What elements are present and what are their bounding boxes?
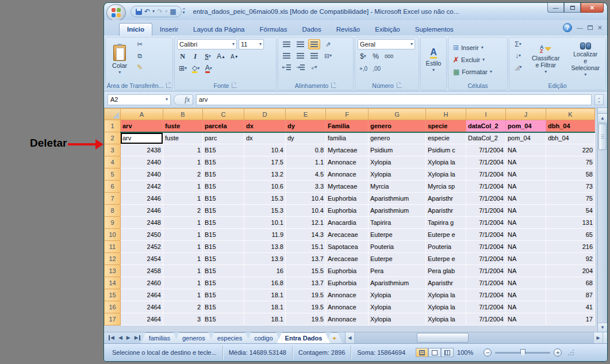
- grid-cell-D10[interactable]: 11.9: [244, 229, 286, 241]
- grid-cell-F3[interactable]: Myrtaceae: [326, 144, 369, 156]
- insert-cells-button[interactable]: ⊞Inserir▾: [451, 43, 505, 53]
- grid-cell-D8[interactable]: 15.3: [244, 205, 286, 217]
- grid-cell-D12[interactable]: 13.9: [244, 253, 286, 265]
- autosum-button[interactable]: Σ▾: [512, 39, 524, 49]
- grid-cell-E7[interactable]: 10.4: [286, 193, 326, 205]
- grid-cell-D16[interactable]: 18.1: [244, 301, 286, 313]
- grid-cell-A9[interactable]: 2448: [121, 217, 163, 229]
- grid-cell-D14[interactable]: 16.8: [244, 277, 286, 289]
- grid-cell-E3[interactable]: 0.8: [286, 144, 326, 156]
- grid-cell-I13[interactable]: 7/1/2004: [466, 265, 506, 277]
- grid-cell-C17[interactable]: B15: [203, 313, 244, 325]
- grid-cell-B2[interactable]: fuste: [163, 132, 203, 144]
- grid-cell-A6[interactable]: 2442: [121, 181, 163, 193]
- grid-cell-B10[interactable]: 1: [163, 229, 203, 241]
- row-header-9[interactable]: 9: [105, 217, 121, 229]
- grid-cell-I16[interactable]: 7/1/2004: [466, 301, 506, 313]
- grid-cell-D13[interactable]: 16: [244, 265, 286, 277]
- zoom-out-icon[interactable]: −: [484, 348, 492, 357]
- paste-button[interactable]: Colar ▾: [108, 39, 131, 81]
- grid-cell-E5[interactable]: 4.5: [286, 168, 326, 181]
- row-header-6[interactable]: 6: [105, 181, 121, 193]
- grid-cell-D1[interactable]: dx: [244, 120, 286, 132]
- grid-cell-J10[interactable]: NA: [506, 229, 546, 241]
- grid-cell-G4[interactable]: Xylopia: [369, 156, 426, 168]
- grid-cell-J16[interactable]: NA: [506, 301, 546, 313]
- ribbon-tab-inserir[interactable]: Inserir: [152, 24, 186, 36]
- grid-cell-H5[interactable]: Xylopia la: [426, 168, 466, 181]
- grid-cell-G15[interactable]: Xylopia: [369, 289, 426, 301]
- merge-center-button[interactable]: ⊟▾: [322, 51, 334, 61]
- grid-cell-D6[interactable]: 10.6: [244, 181, 286, 193]
- sheet-tab-familias[interactable]: familias: [141, 332, 178, 343]
- page-break-view-button[interactable]: [441, 348, 454, 357]
- grid-cell-K13[interactable]: 204: [546, 265, 595, 277]
- column-header-C[interactable]: C: [203, 109, 244, 120]
- grid-cell-E14[interactable]: 13.7: [286, 277, 326, 289]
- grid-cell-G1[interactable]: genero: [369, 120, 426, 132]
- horizontal-scroll-thumb[interactable]: [417, 333, 469, 343]
- grid-cell-K12[interactable]: 92: [546, 253, 595, 265]
- grid-cell-C5[interactable]: B15: [203, 168, 244, 181]
- grid-cell-K17[interactable]: 17: [546, 313, 595, 325]
- grid-cell-C7[interactable]: B15: [203, 193, 244, 205]
- grid-cell-E8[interactable]: 10.4: [286, 205, 326, 217]
- scroll-up-icon[interactable]: ▲: [598, 114, 607, 123]
- grid-cell-K9[interactable]: 131: [546, 217, 595, 229]
- grid-cell-I1[interactable]: dataCol_2: [466, 120, 506, 132]
- resize-grip-icon[interactable]: [567, 349, 574, 356]
- copy-button[interactable]: ⧉: [133, 51, 146, 61]
- grid-cell-A7[interactable]: 2446: [121, 193, 163, 205]
- sheet-tab-especies[interactable]: especies: [209, 332, 250, 343]
- font-size-select[interactable]: 11▾: [239, 39, 264, 49]
- grid-cell-E9[interactable]: 12.1: [286, 217, 326, 229]
- grid-cell-I5[interactable]: 7/1/2004: [466, 168, 506, 181]
- grid-cell-B9[interactable]: 1: [163, 217, 203, 229]
- grid-cell-I3[interactable]: 7/1/2004: [466, 144, 506, 156]
- grid-cell-A11[interactable]: 2452: [121, 241, 163, 253]
- grid-cell-I14[interactable]: 7/1/2004: [466, 277, 506, 289]
- grid-cell-J8[interactable]: NA: [506, 205, 546, 217]
- grid-cell-D3[interactable]: 10.4: [244, 144, 286, 156]
- normal-view-button[interactable]: [416, 348, 428, 357]
- grid-cell-H1[interactable]: specie: [426, 120, 466, 132]
- row-header-5[interactable]: 5: [105, 168, 121, 181]
- clear-button[interactable]: ◢▾: [512, 62, 524, 72]
- grid-cell-B1[interactable]: fuste: [163, 120, 203, 132]
- grid-cell-A17[interactable]: 2464: [121, 313, 163, 325]
- insert-function-button[interactable]: fx: [174, 94, 193, 105]
- grid-cell-A16[interactable]: 2464: [121, 301, 163, 313]
- sheet-tab-entra-dados[interactable]: Entra Dados: [277, 332, 331, 343]
- grid-cell-C12[interactable]: B15: [203, 253, 244, 265]
- zoom-level[interactable]: 100%: [454, 349, 477, 356]
- grid-cell-F10[interactable]: Arecaceae: [326, 229, 369, 241]
- grid-cell-E4[interactable]: 1.1: [286, 156, 326, 168]
- font-dialog-launcher-icon[interactable]: [232, 83, 237, 88]
- delete-cells-button[interactable]: ✗Excluir▾: [451, 55, 505, 66]
- grid-cell-D2[interactable]: dx: [244, 132, 286, 144]
- increase-font-button[interactable]: A▲: [215, 51, 227, 62]
- grid-cell-G8[interactable]: Aparisthmium: [369, 205, 426, 217]
- column-header-G[interactable]: G: [369, 109, 426, 120]
- italic-button[interactable]: I: [190, 51, 201, 62]
- ribbon-tab-início[interactable]: Início: [119, 23, 152, 36]
- grid-cell-A3[interactable]: 2438: [121, 144, 163, 156]
- grid-cell-B12[interactable]: 1: [163, 253, 203, 265]
- grid-cell-A1[interactable]: arv: [121, 120, 163, 132]
- ribbon-tab-dados[interactable]: Dados: [294, 24, 328, 36]
- grid-cell-F16[interactable]: Annonace: [326, 301, 369, 313]
- grid-cell-E15[interactable]: 19.5: [286, 289, 326, 301]
- formula-input[interactable]: arv: [196, 94, 592, 105]
- restore-button[interactable]: [564, 3, 581, 13]
- grid-cell-F1[interactable]: Familia: [326, 120, 369, 132]
- row-header-7[interactable]: 7: [105, 193, 121, 205]
- grid-cell-C2[interactable]: parc: [203, 132, 244, 144]
- grid-cell-H4[interactable]: Xylopia la: [426, 156, 466, 168]
- grid-cell-D7[interactable]: 15.3: [244, 193, 286, 205]
- grid-cell-B17[interactable]: 3: [163, 313, 203, 325]
- grid-cell-B15[interactable]: 1: [163, 289, 203, 301]
- grid-cell-G7[interactable]: Aparisthmium: [369, 193, 426, 205]
- font-name-select[interactable]: Calibri▾: [177, 39, 237, 49]
- grid-cell-I11[interactable]: 7/1/2004: [466, 241, 506, 253]
- grid-cell-J1[interactable]: pom_04: [506, 120, 546, 132]
